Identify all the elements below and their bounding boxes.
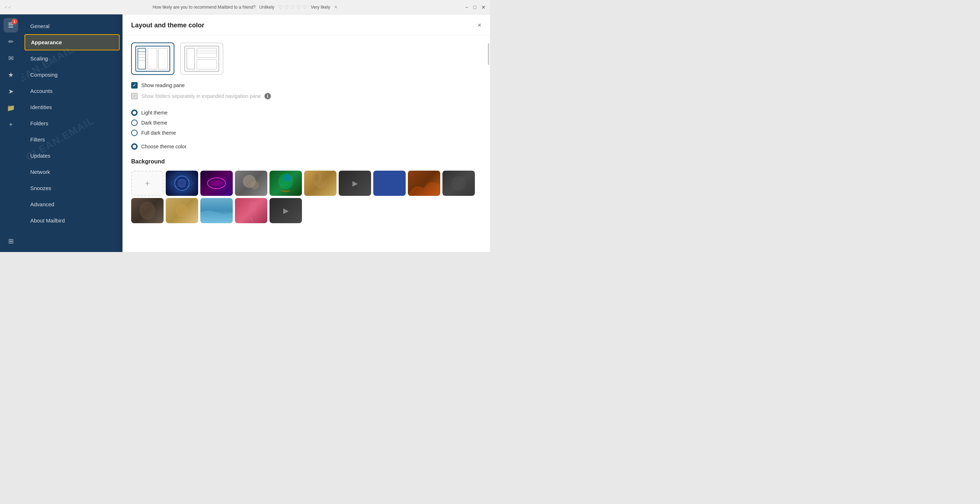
close-button[interactable]: ✕ (481, 4, 486, 10)
show-reading-pane-checkbox[interactable] (131, 82, 138, 89)
bg-item-more-2[interactable]: ▶ (269, 198, 302, 223)
svg-point-29 (248, 201, 257, 212)
settings-menu-item-appearance[interactable]: Appearance (24, 34, 119, 51)
bg-add-new[interactable]: + (131, 171, 164, 196)
sidebar-icon-compose[interactable]: ✏ (3, 35, 18, 49)
choose-color-row[interactable]: Choose theme color (131, 143, 481, 150)
sidebar-icon-add[interactable]: + (3, 117, 18, 132)
bg-item-ocean[interactable] (200, 198, 233, 223)
settings-menu-item-updates[interactable]: Updates (22, 147, 123, 164)
settings-sidebar: CLEAN.EMAIL CLEAN.EMAIL General Appearan… (22, 14, 123, 252)
svg-point-18 (210, 181, 223, 186)
sidebar-icon-inbox[interactable]: ✉ (3, 51, 18, 65)
settings-menu-item-composing[interactable]: Composing (22, 67, 123, 83)
svg-point-20 (250, 181, 259, 189)
sidebar-icon-menu[interactable]: ☰ 1 (3, 18, 18, 32)
bg-item-dog[interactable] (304, 171, 337, 196)
settings-menu-item-identities[interactable]: Identities (22, 99, 123, 115)
settings-menu-label-accounts: Accounts (30, 88, 52, 94)
bg-item-golden[interactable] (166, 198, 198, 223)
dark-theme-label: Dark theme (141, 120, 167, 126)
golden-icon (166, 198, 198, 223)
settings-menu-label-composing: Composing (30, 71, 58, 78)
heart-2[interactable]: ♡ (284, 4, 289, 10)
background-title: Background (131, 158, 481, 165)
scrollbar-thumb[interactable] (488, 43, 489, 65)
neon-icon (200, 171, 233, 196)
layout-option-horizontal[interactable] (180, 43, 223, 75)
lava-icon (408, 171, 440, 196)
heart-5[interactable]: ♡ (303, 4, 307, 10)
bg-item-blue-solid[interactable] (373, 171, 406, 196)
sidebar-icon-archive[interactable]: 📁 (3, 101, 18, 115)
rating-hearts[interactable]: ♡ ♡ ♡ ♡ ♡ (278, 4, 307, 10)
settings-menu-label-appearance: Appearance (31, 39, 62, 45)
svg-point-24 (314, 174, 319, 182)
show-folders-label: Show folders separately in expanded navi… (141, 93, 261, 99)
very-likely-label: Very likely (311, 5, 330, 10)
settings-menu-label-identities: Identities (30, 104, 52, 110)
bg-item-lava[interactable] (408, 171, 440, 196)
settings-menu-label-network: Network (30, 169, 50, 175)
dark-theme-radio-row[interactable]: Dark theme (131, 119, 481, 126)
heart-1[interactable]: ♡ (278, 4, 283, 10)
bg-item-neon[interactable] (200, 171, 233, 196)
heart-3[interactable]: ♡ (290, 4, 295, 10)
settings-menu-item-scaling[interactable]: Scaling (22, 51, 123, 67)
show-folders-checkbox[interactable] (131, 93, 138, 99)
settings-menu-item-folders[interactable]: Folders (22, 115, 123, 132)
settings-menu-item-filters[interactable]: Filters (22, 132, 123, 147)
maximize-button[interactable]: □ (473, 4, 476, 10)
settings-menu-item-accounts[interactable]: Accounts (22, 83, 123, 99)
show-reading-pane-label: Show reading pane (141, 82, 185, 88)
settings-menu-label-snoozes: Snoozes (30, 185, 51, 191)
inbox-icon: ✉ (8, 54, 14, 62)
info-icon[interactable]: ℹ (264, 93, 271, 99)
sidebar-icon-starred[interactable]: ★ (3, 68, 18, 82)
double-check-icon: ✓✓ (4, 5, 11, 10)
dialog-header: Layout and theme color × (123, 14, 490, 35)
show-reading-pane-row: Show reading pane (131, 82, 481, 89)
theme-radio-group: Light theme Dark theme Full dark theme (131, 109, 481, 136)
dog-icon (304, 171, 337, 196)
bg-item-galaxy[interactable] (166, 171, 198, 196)
layout-option-vertical[interactable] (131, 43, 174, 75)
settings-menu-item-snoozes[interactable]: Snoozes (22, 180, 123, 196)
flamingo-icon (235, 198, 267, 223)
bg-item-dark[interactable] (442, 171, 475, 196)
light-theme-radio-row[interactable]: Light theme (131, 109, 481, 116)
archive-icon: 📁 (7, 104, 15, 112)
bg-item-earth[interactable] (131, 198, 164, 223)
settings-dialog: Layout and theme color × (123, 14, 490, 252)
bg-item-flamingo[interactable] (235, 198, 267, 223)
svg-point-27 (140, 201, 155, 220)
light-theme-radio[interactable] (131, 109, 138, 116)
bg-item-more-1[interactable]: ▶ (339, 171, 371, 196)
dialog-close-button[interactable]: × (477, 22, 481, 29)
full-dark-theme-radio[interactable] (131, 130, 138, 136)
sidebar-icon-sent[interactable]: ➤ (3, 84, 18, 99)
settings-menu-item-network[interactable]: Network (22, 164, 123, 180)
settings-menu-item-about[interactable]: About Mailbird (22, 212, 123, 228)
minimize-button[interactable]: − (465, 4, 468, 10)
add-account-icon: + (9, 121, 13, 128)
more-bg-2-icon: ▶ (283, 206, 289, 215)
close-notification-icon[interactable]: ✕ (334, 5, 337, 10)
galaxy-icon (166, 171, 198, 196)
settings-menu-item-advanced[interactable]: Advanced (22, 196, 123, 212)
svg-rect-8 (185, 46, 219, 71)
full-dark-theme-radio-row[interactable]: Full dark theme (131, 130, 481, 136)
bg-item-stone[interactable] (235, 171, 267, 196)
earth-icon (131, 198, 164, 223)
sidebar-icon-apps[interactable]: ⊞ (3, 234, 18, 249)
settings-menu-item-general[interactable]: General (22, 18, 123, 34)
choose-color-radio[interactable] (131, 143, 138, 150)
dark-theme-radio[interactable] (131, 119, 138, 126)
dialog-content: Show reading pane Show folders separatel… (123, 35, 490, 230)
background-section: Background + (131, 158, 481, 223)
titlebar: ✓✓ How likely are you to recommend Mailb… (0, 0, 490, 14)
heart-4[interactable]: ♡ (296, 4, 301, 10)
bg-item-parrot[interactable] (269, 171, 302, 196)
sent-icon: ➤ (8, 87, 14, 95)
layout-options (131, 43, 481, 75)
